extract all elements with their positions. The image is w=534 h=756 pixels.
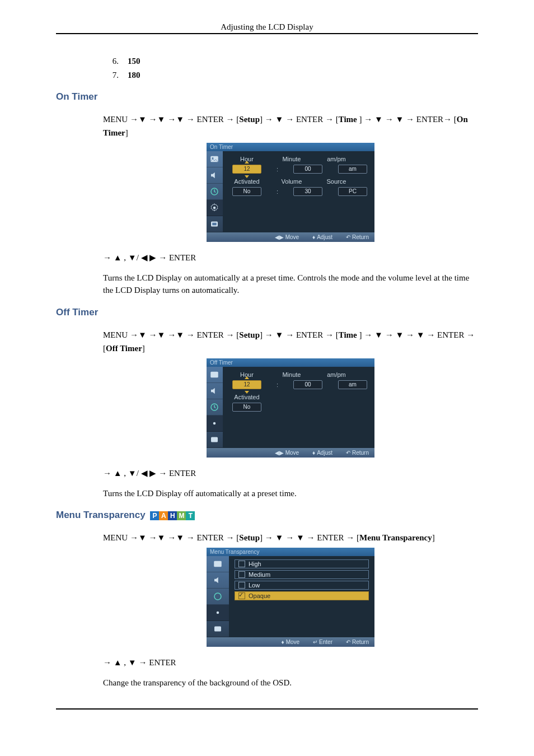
picture-icon	[213, 559, 223, 569]
gear-icon	[209, 418, 219, 428]
clock-icon	[213, 591, 223, 601]
enter-icon: ↵	[313, 639, 317, 645]
svg-point-3	[213, 207, 216, 209]
label-source: Source	[320, 178, 353, 185]
value-minute[interactable]: 00	[293, 380, 322, 389]
input-icon	[209, 435, 219, 445]
svg-point-11	[214, 593, 221, 600]
down-icon: ▼	[176, 330, 184, 339]
value-ampm[interactable]: am	[338, 380, 367, 389]
up-icon: ▲	[114, 468, 122, 478]
section-heading-menu-transparency: Menu Transparency P A H M T	[56, 510, 478, 521]
osd-title: On Timer	[207, 143, 374, 151]
down-icon: ▼	[157, 330, 166, 339]
sound-icon	[213, 575, 223, 585]
right-icon: ▶	[149, 253, 156, 262]
osd-title: Off Timer	[207, 358, 374, 367]
value-ampm[interactable]: am	[338, 165, 367, 174]
clock-icon	[209, 402, 219, 412]
footer-rule	[56, 708, 478, 710]
osd-off-timer: Off Timer HourMinuteam/pm 12 : 00 am Act…	[207, 358, 374, 458]
option-medium[interactable]: Medium	[235, 570, 369, 579]
paragraph: Turns the LCD Display off automatically …	[103, 488, 478, 500]
down-icon: ▼	[138, 114, 147, 124]
value-activated[interactable]: No	[232, 403, 261, 412]
move-icon: ◀▶	[275, 234, 284, 240]
list-number: 6.	[103, 57, 119, 66]
badge-p: P	[150, 511, 159, 520]
checkbox-icon	[238, 561, 245, 567]
down-arrow-icon	[245, 175, 249, 178]
paragraph: Change the transparency of the backgroun…	[103, 677, 478, 689]
checkbox-icon	[238, 582, 245, 589]
osd-footer: ◀▶Move ♦Adjust ↶Return	[207, 448, 374, 458]
return-icon: ↶	[346, 639, 350, 645]
down-icon: ▼	[128, 657, 137, 667]
svg-rect-6	[211, 371, 219, 377]
osd-footer: ◀▶Move ♦Adjust ↶Return	[207, 232, 374, 242]
value-minute[interactable]: 00	[293, 165, 322, 174]
nav-post: → ▲ , ▼/ ◀ ▶ → ENTER	[103, 251, 478, 264]
value-hour[interactable]: 12	[232, 380, 261, 389]
return-icon: ↶	[346, 450, 350, 456]
sound-icon	[209, 170, 219, 180]
up-icon: ▲	[114, 657, 122, 667]
nav-path: MENU →▼ →▼ →▼ → ENTER → [Setup] → ▼ → EN…	[103, 328, 478, 355]
adjust-icon: ♦	[312, 450, 315, 456]
down-icon: ▼	[128, 468, 137, 478]
section-heading-on-timer: On Timer	[56, 91, 478, 102]
value-hour[interactable]: 12	[232, 165, 261, 174]
label-minute: Minute	[275, 156, 308, 162]
down-icon: ▼	[275, 330, 284, 339]
label-ampm: am/pm	[320, 371, 353, 378]
clock-icon	[209, 186, 219, 197]
svg-rect-13	[214, 627, 221, 632]
down-icon: ▼	[374, 114, 383, 124]
list-number: 7.	[103, 71, 119, 80]
down-icon: ▼	[176, 533, 184, 542]
osd-on-timer: On Timer HourMinuteam/pm 12 : 00 am Acti…	[207, 143, 374, 242]
down-icon: ▼	[275, 114, 284, 124]
numbered-list: 6.150 7.180	[103, 57, 478, 80]
label-volume: Volume	[275, 178, 308, 185]
value-source[interactable]: PC	[338, 187, 367, 196]
nav-post: → ▲ , ▼ → ENTER	[103, 656, 478, 669]
option-low[interactable]: Low	[235, 581, 369, 590]
list-value: 180	[128, 71, 140, 80]
input-icon	[209, 219, 219, 229]
option-opaque[interactable]: Opaque	[235, 591, 369, 600]
down-icon: ▼	[157, 533, 166, 542]
badge-m: M	[177, 511, 186, 520]
osd-sidebar	[207, 367, 223, 448]
osd-sidebar	[207, 151, 223, 232]
input-icon	[213, 624, 223, 634]
osd-sidebar	[207, 556, 229, 637]
down-icon: ▼	[138, 533, 147, 542]
option-high[interactable]: High	[235, 559, 369, 568]
osd-menu-transparency: Menu Transparency High Medium Low Opaque…	[207, 548, 374, 647]
badge-t: T	[186, 511, 195, 520]
svg-point-12	[217, 612, 219, 614]
value-activated[interactable]: No	[232, 187, 261, 196]
label-activated: Activated	[231, 178, 263, 185]
paragraph: Turns the LCD Display on automatically a…	[103, 272, 478, 297]
gear-icon	[209, 203, 219, 213]
down-icon: ▼	[374, 330, 383, 339]
svg-point-8	[213, 422, 216, 424]
picture-icon	[209, 370, 219, 380]
adjust-icon: ♦	[312, 234, 315, 240]
down-icon: ▼	[416, 330, 425, 339]
up-arrow-icon	[245, 376, 249, 379]
mode-badges: P A H M T	[150, 511, 195, 520]
down-icon: ▼	[138, 330, 147, 339]
down-icon: ▼	[128, 253, 137, 262]
value-volume[interactable]: 30	[293, 187, 322, 196]
page-header: Adjusting the LCD Display	[56, 22, 478, 34]
nav-path: MENU →▼ →▼ →▼ → ENTER → [Setup] → ▼ → EN…	[103, 113, 478, 139]
down-icon: ▼	[275, 533, 284, 542]
return-icon: ↶	[346, 234, 350, 240]
up-arrow-icon	[245, 161, 249, 164]
down-icon: ▼	[296, 533, 305, 542]
left-icon: ◀	[141, 468, 148, 478]
right-icon: ▶	[149, 468, 156, 478]
